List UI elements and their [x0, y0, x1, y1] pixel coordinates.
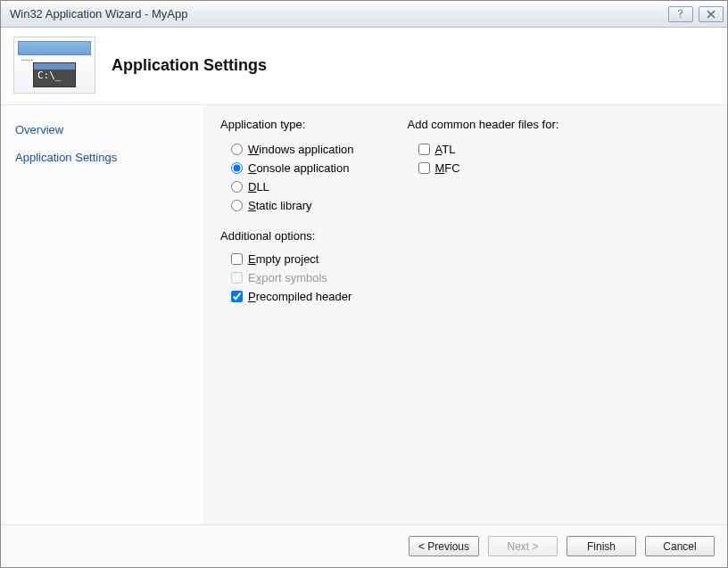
- check-atl-input[interactable]: [418, 144, 430, 155]
- radio-console-application-label: Console application: [248, 161, 349, 175]
- radio-dll[interactable]: DLL: [220, 177, 354, 196]
- wizard-banner-icon: ▪▪▪▪▪▪ C:\_: [13, 37, 95, 94]
- radio-static-library[interactable]: Static library: [220, 196, 354, 215]
- radio-console-application-input[interactable]: [231, 162, 243, 174]
- left-column: Application type: Windows application Co…: [220, 118, 354, 306]
- radio-windows-application-input[interactable]: [231, 144, 243, 155]
- check-precompiled-header-input[interactable]: [231, 291, 243, 302]
- check-export-symbols-input: [231, 272, 243, 284]
- footer: < Previous Next > Finish Cancel: [1, 524, 727, 567]
- console-icon: C:\_: [33, 62, 76, 87]
- next-button: Next >: [488, 536, 558, 556]
- check-empty-project[interactable]: Empty project: [220, 250, 354, 268]
- sidebar-item-overview[interactable]: Overview: [13, 119, 191, 140]
- body: Overview Application Settings Applicatio…: [1, 105, 727, 524]
- wizard-window: Win32 Application Wizard - MyApp ▪▪▪▪▪▪ …: [0, 0, 728, 568]
- radio-windows-application-label: Windows application: [248, 143, 354, 156]
- header-files-label: Add common header files for:: [408, 118, 559, 131]
- check-precompiled-header[interactable]: Precompiled header: [220, 287, 354, 306]
- check-export-symbols: Export symbols: [220, 268, 354, 287]
- titlebar: Win32 Application Wizard - MyApp: [1, 1, 727, 28]
- close-button[interactable]: [699, 6, 724, 22]
- radio-windows-application[interactable]: Windows application: [220, 140, 354, 159]
- header: ▪▪▪▪▪▪ C:\_ Application Settings: [1, 28, 727, 105]
- check-empty-project-input[interactable]: [231, 253, 243, 265]
- previous-button[interactable]: < Previous: [409, 536, 479, 556]
- app-type-label: Application type:: [220, 118, 354, 131]
- check-mfc-label: MFC: [435, 161, 460, 175]
- help-button[interactable]: [668, 6, 693, 22]
- finish-button[interactable]: Finish: [567, 536, 636, 556]
- content: Application type: Windows application Co…: [204, 105, 727, 524]
- additional-options-label: Additional options:: [220, 229, 354, 243]
- page-title: Application Settings: [112, 56, 267, 75]
- close-icon: [707, 10, 716, 19]
- radio-static-library-input[interactable]: [231, 200, 243, 211]
- radio-dll-label: DLL: [248, 180, 269, 193]
- check-atl-label: ATL: [435, 143, 456, 156]
- check-precompiled-header-label: Precompiled header: [248, 290, 352, 303]
- radio-static-library-label: Static library: [248, 199, 312, 212]
- right-column: Add common header files for: ATL MFC: [408, 118, 559, 177]
- window-title: Win32 Application Wizard - MyApp: [10, 7, 187, 21]
- cancel-button[interactable]: Cancel: [645, 536, 715, 556]
- help-icon: [676, 9, 685, 20]
- radio-console-application[interactable]: Console application: [220, 159, 354, 177]
- check-empty-project-label: Empty project: [248, 252, 318, 266]
- check-atl[interactable]: ATL: [408, 140, 559, 159]
- sidebar-item-application-settings[interactable]: Application Settings: [13, 147, 191, 168]
- check-export-symbols-label: Export symbols: [248, 271, 327, 284]
- sidebar: Overview Application Settings: [1, 105, 204, 524]
- check-mfc-input[interactable]: [418, 162, 430, 174]
- check-mfc[interactable]: MFC: [408, 159, 559, 177]
- radio-dll-input[interactable]: [231, 181, 243, 193]
